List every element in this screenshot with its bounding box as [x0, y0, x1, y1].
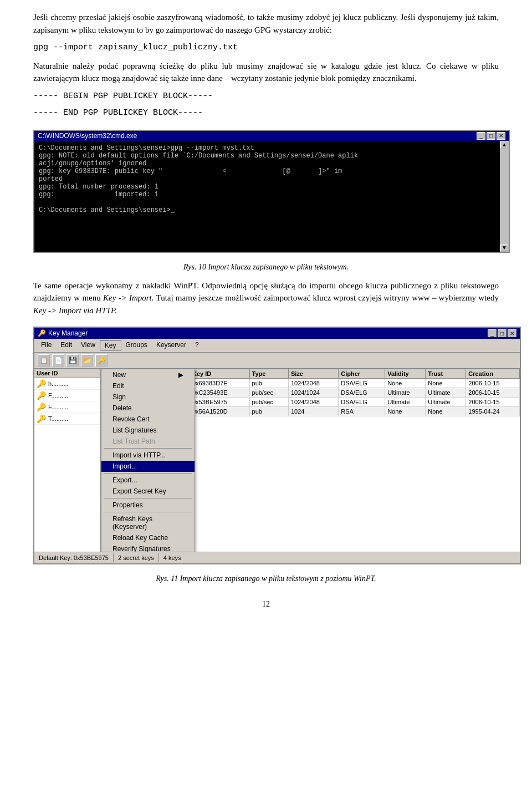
table-cell-trust: Ultimate	[426, 388, 466, 398]
col-keyid: Key ID	[190, 369, 250, 379]
km-status-secret-keys: 2 secret keys	[114, 553, 159, 562]
table-cell-size: 1024/2048	[288, 398, 338, 407]
table-cell-validity: Ultimate	[385, 398, 426, 407]
km-separator-4	[104, 512, 192, 512]
table-cell-validity: Ultimate	[385, 388, 426, 398]
km-user-row-1[interactable]: 🔑 h..........	[34, 378, 100, 390]
km-user-row-4[interactable]: 🔑 T..........	[34, 413, 100, 425]
km-menu-edit-item[interactable]: Edit	[101, 380, 195, 391]
col-cipher: Cipher	[339, 369, 385, 379]
cmd-content-area: C:\Documents and Settings\sensei>gpg --i…	[34, 141, 500, 252]
table-cell-trust: Ultimate	[426, 398, 466, 407]
km-title-area: 🔑 Key Manager	[38, 329, 88, 337]
km-menu-list-signatures[interactable]: List Signatures	[101, 425, 195, 436]
km-user-row-2[interactable]: 🔑 F..........	[34, 390, 100, 401]
col-size: Size	[288, 369, 338, 379]
km-menu-file[interactable]: File	[37, 340, 56, 351]
table-cell-cipher: DSA/ELG	[339, 388, 385, 398]
km-menu-delete[interactable]: Delete	[101, 403, 195, 414]
table-cell-creation: 2006-10-15	[466, 388, 520, 398]
km-body: User ID 🔑 h.......... 🔑 F.......... 🔑 F.…	[34, 369, 520, 552]
table-cell-size: 1024/1024	[288, 388, 338, 398]
caption-1: Rys. 10 Import klucza zapisanego w pliku…	[33, 263, 499, 272]
toolbar-copy-icon[interactable]: 📋	[38, 354, 50, 366]
km-user-icon-2: 🔑	[37, 391, 46, 400]
km-user-label-4: T..........	[48, 415, 68, 422]
paragraph-2: Naturalnie należy podać poprawną ścieżkę…	[33, 60, 499, 85]
km-menu-import-http[interactable]: Import via HTTP...	[101, 450, 195, 461]
km-user-label-3: F..........	[48, 404, 68, 410]
km-menu-reload-cache[interactable]: Reload Key Cache	[101, 532, 195, 543]
table-row[interactable]: 0xC235493Epub/sec1024/1024DSA/ELGUltimat…	[190, 388, 520, 398]
km-status-total-keys: 4 keys	[159, 553, 186, 562]
km-menu-reverify[interactable]: Reverify Signatures	[101, 543, 195, 552]
km-menu-keyserver[interactable]: Keyserver	[152, 340, 191, 351]
km-menu-revoke-cert[interactable]: Revoke Cert	[101, 414, 195, 425]
km-menu-refresh-keys[interactable]: Refresh Keys (Keyserver)	[101, 513, 195, 532]
km-key-dropdown: New ▶ Edit Sign Delete Revoke Cert List …	[101, 369, 195, 552]
km-key-icon: 🔑	[38, 329, 46, 337]
cmd-title: C:\WINDOWS\system32\cmd.exe	[38, 132, 137, 140]
km-menu-groups[interactable]: Groups	[121, 340, 152, 351]
cmd-scrollbar[interactable]: ▲ ▼	[500, 141, 509, 252]
cmd-maximize-button[interactable]: □	[487, 132, 495, 140]
scrollbar-up[interactable]: ▲	[500, 141, 508, 149]
table-cell-keyid: 0x69383D7E	[190, 379, 250, 388]
toolbar-key-icon[interactable]: 🔑	[95, 354, 108, 366]
km-menu-sign[interactable]: Sign	[101, 391, 195, 403]
km-menu-view[interactable]: View	[76, 340, 100, 351]
km-titlebar: 🔑 Key Manager _ □ ✕	[34, 328, 520, 339]
km-new-arrow: ▶	[178, 371, 183, 379]
km-separator-1	[104, 448, 192, 449]
km-user-row-3[interactable]: 🔑 F..........	[34, 401, 100, 413]
col-trust: Trust	[426, 369, 466, 379]
km-menu-edit[interactable]: Edit	[56, 340, 76, 351]
table-cell-creation: 2006-10-15	[466, 398, 520, 407]
toolbar-paste-icon[interactable]: 📄	[52, 354, 64, 366]
km-close-button[interactable]: ✕	[508, 329, 516, 337]
pgp-begin-marker: ----- BEGIN PGP PUBLICKEY BLOCK-----	[33, 90, 499, 103]
scrollbar-down[interactable]: ▼	[500, 244, 508, 252]
table-row[interactable]: 0x56A1520Dpub1024RSANoneNone1995-04-24	[190, 407, 520, 416]
km-user-label-2: F..........	[48, 392, 68, 399]
km-key-table: Key ID Type Size Cipher Validity Trust C…	[190, 369, 520, 552]
km-user-icon-3: 🔑	[37, 403, 46, 411]
km-separator-2	[104, 473, 192, 474]
cmd-minimize-button[interactable]: _	[477, 132, 485, 140]
toolbar-open-icon[interactable]: 📂	[81, 354, 93, 366]
col-type: Type	[249, 369, 288, 379]
key-import-http-ref: Key -> Import via HTTP.	[33, 306, 117, 315]
km-userid-header: User ID	[34, 369, 100, 378]
page-number: 12	[33, 600, 499, 609]
km-title: Key Manager	[48, 329, 88, 337]
table-row[interactable]: 0x69383D7Epub1024/2048DSA/ELGNoneNone200…	[190, 379, 520, 388]
table-cell-validity: None	[385, 379, 426, 388]
km-minimize-button[interactable]: _	[488, 329, 497, 337]
km-menu-key[interactable]: Key	[100, 340, 121, 351]
km-menu-list-trust-path: List Trust Path	[101, 436, 195, 447]
cmd-output: C:\Documents and Settings\sensei>gpg --i…	[34, 141, 500, 252]
table-cell-keyid: 0x56A1520D	[190, 407, 250, 416]
km-toolbar: 📋 📄 💾 📂 🔑	[34, 353, 520, 369]
km-statusbar: Default Key: 0x53BE5975 2 secret keys 4 …	[34, 552, 520, 563]
table-row[interactable]: 0x53BE5975pub/sec1024/2048DSA/ELGUltimat…	[190, 398, 520, 407]
toolbar-save-icon[interactable]: 💾	[66, 354, 79, 366]
cmd-close-button[interactable]: ✕	[497, 132, 505, 140]
table-cell-type: pub	[249, 379, 288, 388]
table-cell-size: 1024	[288, 407, 338, 416]
km-status-default-key: Default Key: 0x53BE5975	[34, 553, 114, 562]
km-user-icon-4: 🔑	[37, 414, 46, 423]
km-menu-export[interactable]: Export...	[101, 475, 195, 486]
km-maximize-button[interactable]: □	[498, 329, 507, 337]
paragraph-3: Te same operacje wykonamy z nakładki Win…	[33, 279, 499, 317]
km-menu-import[interactable]: Import...	[101, 461, 195, 472]
table-cell-creation: 2006-10-15	[466, 379, 520, 388]
code-command: gpg --import zapisany_klucz_publiczny.tx…	[33, 42, 499, 54]
cmd-titlebar: C:\WINDOWS\system32\cmd.exe _ □ ✕	[34, 131, 509, 141]
km-menu-properties[interactable]: Properties	[101, 500, 195, 511]
km-menu-help[interactable]: ?	[191, 340, 203, 351]
km-menu-export-secret[interactable]: Export Secret Key	[101, 486, 195, 497]
km-menubar: File Edit View Key Groups Keyserver ?	[34, 339, 520, 353]
km-menu-new[interactable]: New ▶	[101, 369, 195, 380]
table-cell-type: pub/sec	[249, 398, 288, 407]
